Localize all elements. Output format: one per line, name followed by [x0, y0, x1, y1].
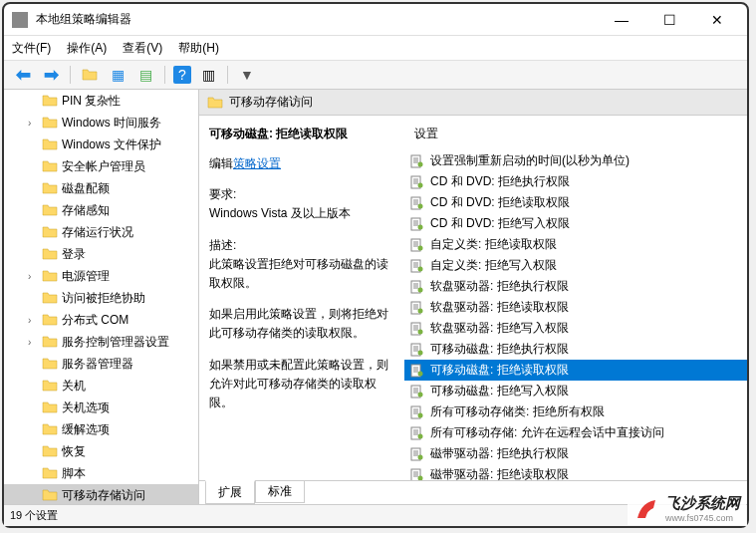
menu-help[interactable]: 帮助(H) — [178, 40, 219, 57]
tree-item[interactable]: 恢复 — [4, 440, 198, 462]
show-hide-tree-icon[interactable]: ▦ — [107, 64, 128, 86]
tree-item-label: 电源管理 — [62, 268, 110, 285]
tree-item[interactable]: 脚本 — [4, 462, 198, 484]
watermark-icon — [633, 496, 659, 522]
policy-item[interactable]: 所有可移动存储类: 拒绝所有权限 — [404, 401, 747, 422]
export-icon[interactable]: ▤ — [134, 64, 156, 86]
policy-list[interactable]: 设置 设置强制重新启动的时间(以秒为单位)CD 和 DVD: 拒绝执行权限CD … — [404, 116, 747, 480]
tree-item[interactable]: 关机 — [4, 375, 198, 397]
refresh-icon[interactable]: ▥ — [197, 64, 219, 86]
folder-icon — [42, 203, 58, 217]
policy-icon — [410, 322, 424, 336]
policy-item[interactable]: 自定义类: 拒绝写入权限 — [404, 255, 747, 276]
tree-item-label: Windows 时间服务 — [62, 115, 161, 132]
tree-item-label: 登录 — [62, 246, 86, 263]
tree-item[interactable]: 可移动存储访问 — [4, 484, 198, 504]
edit-policy-link[interactable]: 策略设置 — [233, 156, 281, 170]
tree-panel[interactable]: PIN 复杂性›Windows 时间服务Windows 文件保护安全帐户管理员磁… — [4, 90, 199, 504]
tree-item-label: 缓解选项 — [62, 421, 110, 438]
tree-item[interactable]: 磁盘配额 — [4, 177, 198, 199]
tree-item[interactable]: 登录 — [4, 243, 198, 265]
folder-icon — [42, 225, 58, 239]
policy-item[interactable]: CD 和 DVD: 拒绝执行权限 — [404, 171, 747, 192]
tree-item[interactable]: ›分布式 COM — [4, 309, 198, 331]
policy-item[interactable]: 磁带驱动器: 拒绝读取权限 — [404, 464, 747, 480]
policy-icon — [410, 301, 424, 315]
folder-icon — [42, 335, 58, 349]
tree-item[interactable]: ›Windows 时间服务 — [4, 112, 198, 133]
tree-item[interactable]: Windows 文件保护 — [4, 133, 198, 155]
policy-label: 软盘驱动器: 拒绝读取权限 — [430, 299, 569, 316]
up-icon[interactable] — [79, 64, 101, 86]
policy-item[interactable]: 所有可移动存储: 允许在远程会话中直接访问 — [404, 422, 747, 443]
policy-item[interactable]: 软盘驱动器: 拒绝写入权限 — [404, 318, 747, 339]
policy-icon — [410, 385, 424, 399]
policy-icon — [410, 154, 424, 168]
policy-icon — [410, 175, 424, 189]
policy-item[interactable]: 可移动磁盘: 拒绝执行权限 — [404, 339, 747, 360]
policy-icon — [410, 447, 424, 461]
expand-icon[interactable]: › — [28, 271, 40, 282]
minimize-button[interactable]: — — [608, 12, 635, 28]
tree-item[interactable]: ›电源管理 — [4, 265, 198, 287]
maximize-button[interactable]: ☐ — [655, 12, 683, 28]
policy-item[interactable]: 磁带驱动器: 拒绝执行权限 — [404, 443, 747, 464]
policy-icon — [410, 217, 424, 231]
expand-icon[interactable]: › — [28, 337, 40, 348]
policy-title: 可移动磁盘: 拒绝读取权限 — [209, 126, 394, 142]
folder-icon — [42, 247, 58, 261]
description-p2: 如果禁用或未配置此策略设置，则允许对此可移动存储类的读取权限。 — [209, 356, 394, 413]
column-header[interactable]: 设置 — [404, 122, 747, 150]
tree-item-label: Windows 文件保护 — [62, 136, 161, 153]
tab-standard[interactable]: 标准 — [255, 481, 305, 503]
tree-item[interactable]: 服务器管理器 — [4, 353, 198, 375]
toolbar: ⬅ ➡ ▦ ▤ ? ▥ ▼ — [4, 60, 747, 90]
policy-label: CD 和 DVD: 拒绝读取权限 — [430, 194, 570, 211]
tree-item[interactable]: 存储运行状况 — [4, 221, 198, 243]
tree-item-label: PIN 复杂性 — [62, 93, 121, 110]
help-icon[interactable]: ? — [173, 66, 191, 84]
watermark-url: www.fs0745.com — [665, 513, 740, 523]
folder-icon — [207, 96, 223, 110]
tab-extended[interactable]: 扩展 — [205, 480, 255, 504]
policy-item[interactable]: CD 和 DVD: 拒绝读取权限 — [404, 192, 747, 213]
menu-file[interactable]: 文件(F) — [12, 40, 51, 57]
tree-item[interactable]: PIN 复杂性 — [4, 90, 198, 112]
tree-item[interactable]: 关机选项 — [4, 397, 198, 418]
description-label: 描述: — [209, 236, 394, 255]
policy-item[interactable]: 设置强制重新启动的时间(以秒为单位) — [404, 150, 747, 171]
policy-item[interactable]: 软盘驱动器: 拒绝读取权限 — [404, 297, 747, 318]
policy-icon — [410, 196, 424, 210]
tree-item-label: 服务器管理器 — [62, 356, 133, 373]
expand-icon[interactable]: › — [28, 315, 40, 326]
folder-icon — [42, 444, 58, 458]
policy-item[interactable]: 可移动磁盘: 拒绝读取权限 — [404, 360, 747, 381]
folder-icon — [42, 400, 58, 414]
tree-item[interactable]: 存储感知 — [4, 199, 198, 221]
expand-icon[interactable]: › — [28, 118, 40, 129]
menu-action[interactable]: 操作(A) — [67, 40, 107, 57]
close-button[interactable]: ✕ — [703, 12, 731, 28]
tree-item-label: 脚本 — [62, 465, 86, 482]
policy-label: 可移动磁盘: 拒绝写入权限 — [430, 383, 569, 400]
tree-item[interactable]: 缓解选项 — [4, 418, 198, 440]
watermark: 飞沙系统网 www.fs0745.com — [628, 492, 746, 525]
tree-item[interactable]: 安全帐户管理员 — [4, 155, 198, 177]
filter-icon[interactable]: ▼ — [236, 64, 258, 86]
back-button[interactable]: ⬅ — [12, 64, 34, 86]
tree-item[interactable]: 访问被拒绝协助 — [4, 287, 198, 309]
policy-item[interactable]: 可移动磁盘: 拒绝写入权限 — [404, 381, 747, 401]
watermark-text: 飞沙系统网 — [665, 494, 740, 513]
forward-button[interactable]: ➡ — [40, 64, 62, 86]
menu-view[interactable]: 查看(V) — [123, 40, 162, 57]
policy-item[interactable]: 自定义类: 拒绝读取权限 — [404, 234, 747, 255]
folder-icon — [42, 94, 58, 108]
tree-item-label: 服务控制管理器设置 — [62, 334, 169, 351]
tree-item[interactable]: ›服务控制管理器设置 — [4, 331, 198, 353]
policy-item[interactable]: 软盘驱动器: 拒绝执行权限 — [404, 276, 747, 297]
policy-item[interactable]: CD 和 DVD: 拒绝写入权限 — [404, 213, 747, 234]
folder-icon — [42, 422, 58, 436]
policy-label: 设置强制重新启动的时间(以秒为单位) — [430, 152, 630, 169]
policy-label: CD 和 DVD: 拒绝执行权限 — [430, 173, 570, 190]
policy-icon — [410, 405, 424, 419]
